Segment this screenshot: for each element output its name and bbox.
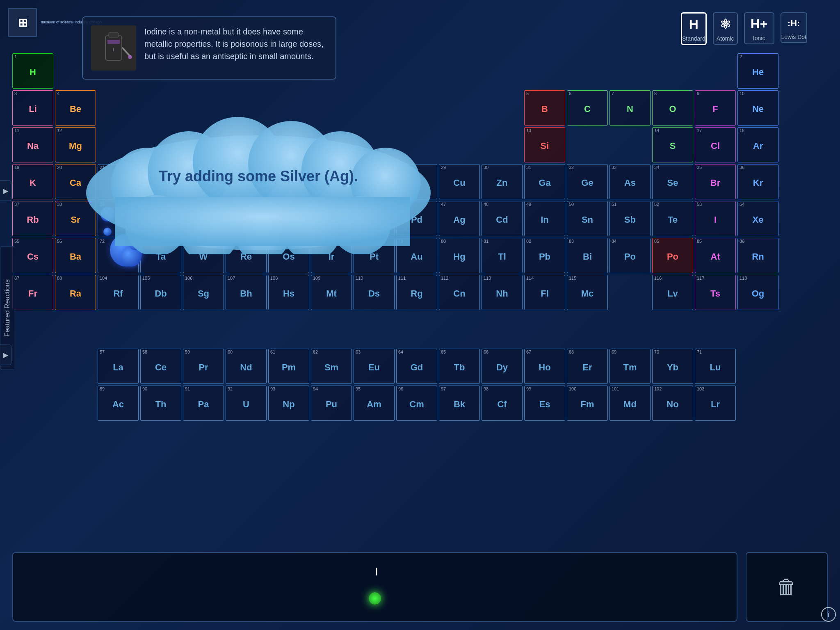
element-li[interactable]: 3Li	[12, 90, 53, 126]
ionic-view-button[interactable]: H+ Ionic	[744, 12, 774, 44]
element-tl[interactable]: 81Tl	[482, 238, 523, 273]
element-pr[interactable]: 59Pr	[183, 349, 224, 384]
element-cd[interactable]: 48Cd	[482, 201, 523, 236]
element-au[interactable]: 79Au	[396, 238, 437, 273]
element-sc[interactable]: 21Sc	[98, 164, 139, 199]
element-np[interactable]: 93Np	[268, 386, 309, 421]
element-cr[interactable]: 24Cr	[226, 164, 267, 199]
element-ac[interactable]: 89Ac	[98, 386, 139, 421]
element-lr[interactable]: 103Lr	[695, 386, 736, 421]
element-gd[interactable]: 64Gd	[396, 349, 437, 384]
element-as[interactable]: 33As	[609, 164, 651, 199]
element-c[interactable]: 6C	[567, 90, 608, 126]
element-lv[interactable]: 116Lv	[652, 275, 693, 310]
element-nb[interactable]: 41Nb	[183, 201, 224, 236]
element-f[interactable]: 9F	[695, 90, 736, 126]
element-rn[interactable]: 86Rn	[737, 238, 778, 273]
element-u[interactable]: 92U	[226, 386, 267, 421]
element-he[interactable]: 2He	[737, 53, 778, 89]
element-ar[interactable]: 18Ar	[737, 127, 778, 162]
element-ce[interactable]: 58Ce	[140, 349, 181, 384]
element-es[interactable]: 99Es	[524, 386, 565, 421]
delete-button[interactable]: 🗑	[746, 552, 828, 622]
element-bk[interactable]: 97Bk	[439, 386, 480, 421]
arrow-up-button[interactable]: ▶	[0, 180, 11, 201]
element-v[interactable]: 23V	[183, 164, 224, 199]
element-ir[interactable]: 77Ir	[311, 238, 352, 273]
element-k[interactable]: 19K	[12, 164, 53, 199]
element-mt[interactable]: 109Mt	[311, 275, 352, 310]
element-fm[interactable]: 100Fm	[567, 386, 608, 421]
element-cm[interactable]: 96Cm	[396, 386, 437, 421]
element-db[interactable]: 105Db	[140, 275, 181, 310]
element-co[interactable]: 27Co	[354, 164, 395, 199]
element-am[interactable]: 95Am	[354, 386, 395, 421]
element-o[interactable]: 8O	[652, 90, 693, 126]
element-h[interactable]: 1H	[12, 53, 53, 89]
element-ne[interactable]: 10Ne	[737, 90, 778, 126]
element-po[interactable]: 85Po	[652, 238, 693, 273]
element-cs[interactable]: 55Cs	[12, 238, 53, 273]
standard-view-button[interactable]: H Standard	[681, 12, 707, 45]
element-rh[interactable]: 45Rh	[354, 201, 395, 236]
element-lu[interactable]: 71Lu	[695, 349, 736, 384]
element-cf[interactable]: 98Cf	[482, 386, 523, 421]
element-ga[interactable]: 31Ga	[524, 164, 565, 199]
element-cl[interactable]: 17Cl	[695, 127, 736, 162]
element-ag[interactable]: 47Ag	[439, 201, 480, 236]
element-zr[interactable]: 40Zr	[140, 201, 181, 236]
element-yb[interactable]: 70Yb	[652, 349, 693, 384]
element-bh[interactable]: 107Bh	[226, 275, 267, 310]
element-hg[interactable]: 80Hg	[439, 238, 480, 273]
element-kr[interactable]: 36Kr	[737, 164, 778, 199]
element-er[interactable]: 68Er	[567, 349, 608, 384]
element-sg[interactable]: 106Sg	[183, 275, 224, 310]
element-tm[interactable]: 69Tm	[609, 349, 651, 384]
element-w[interactable]: 74W	[183, 238, 224, 273]
element-mn[interactable]: 25Mn	[268, 164, 309, 199]
element-fl[interactable]: 114Fl	[524, 275, 565, 310]
element-pt[interactable]: 78Pt	[354, 238, 395, 273]
element-xe[interactable]: 54Xe	[737, 201, 778, 236]
element-rb[interactable]: 37Rb	[12, 201, 53, 236]
element-mc[interactable]: 115Mc	[567, 275, 608, 310]
element-se[interactable]: 34Se	[652, 164, 693, 199]
element-i[interactable]: 53I	[695, 201, 736, 236]
element-no[interactable]: 102No	[652, 386, 693, 421]
element-sm[interactable]: 62Sm	[311, 349, 352, 384]
arrow-down-button[interactable]: ▶	[0, 345, 11, 365]
element-be[interactable]: 4Be	[55, 90, 96, 126]
element-si[interactable]: 13Si	[524, 127, 565, 162]
element-bi[interactable]: 83Bi	[567, 238, 608, 273]
element-hs[interactable]: 108Hs	[268, 275, 309, 310]
element-sn[interactable]: 50Sn	[567, 201, 608, 236]
element-eu[interactable]: 63Eu	[354, 349, 395, 384]
element-po[interactable]: 84Po	[609, 238, 651, 273]
reaction-input[interactable]: I	[12, 552, 737, 622]
element-rg[interactable]: 111Rg	[396, 275, 437, 310]
element-pa[interactable]: 91Pa	[183, 386, 224, 421]
element-la[interactable]: 57La	[98, 349, 139, 384]
element-pu[interactable]: 94Pu	[311, 386, 352, 421]
element-fr[interactable]: 87Fr	[12, 275, 53, 310]
element-ba[interactable]: 56Ba	[55, 238, 96, 273]
element-te[interactable]: 52Te	[652, 201, 693, 236]
element-ru[interactable]: 44Ru	[311, 201, 352, 236]
element-ti[interactable]: 22Ti	[140, 164, 181, 199]
element-sr[interactable]: 38Sr	[55, 201, 96, 236]
element-ts[interactable]: 117Ts	[695, 275, 736, 310]
element-br[interactable]: 35Br	[695, 164, 736, 199]
element-n[interactable]: 7N	[609, 90, 651, 126]
element-zn[interactable]: 30Zn	[482, 164, 523, 199]
element-ra[interactable]: 88Ra	[55, 275, 96, 310]
element-na[interactable]: 11Na	[12, 127, 53, 162]
element-md[interactable]: 101Md	[609, 386, 651, 421]
element-ca[interactable]: 20Ca	[55, 164, 96, 199]
info-button[interactable]: i	[821, 607, 836, 622]
element-cn[interactable]: 112Cn	[439, 275, 480, 310]
element-th[interactable]: 90Th	[140, 386, 181, 421]
element-b[interactable]: 5B	[524, 90, 565, 126]
element-fe[interactable]: 26Fe	[311, 164, 352, 199]
element-cu[interactable]: 29Cu	[439, 164, 480, 199]
element-mo[interactable]: 42Mo	[226, 201, 267, 236]
